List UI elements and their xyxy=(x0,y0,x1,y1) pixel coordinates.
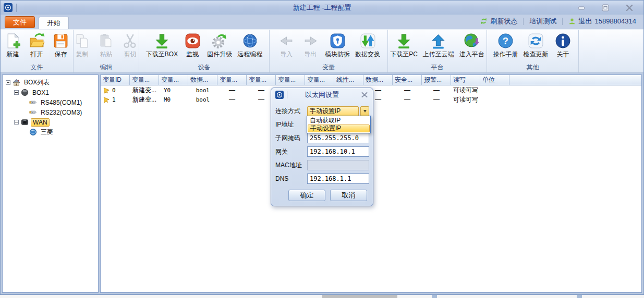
paste-button[interactable]: 粘贴 xyxy=(95,31,118,60)
copy-button[interactable]: 复制 xyxy=(71,31,94,60)
button-label: 检查更新 xyxy=(524,50,549,59)
app-logo-icon xyxy=(275,91,284,99)
serial-port-icon xyxy=(29,108,37,116)
monitor-button[interactable]: 监视 xyxy=(181,31,204,60)
minimize-button[interactable] xyxy=(576,3,587,13)
column-header[interactable]: 变量... xyxy=(130,75,159,85)
maximize-button[interactable] xyxy=(600,3,611,13)
cell-variable-name: 新建变... xyxy=(130,95,159,104)
button-label: 下载至PC xyxy=(390,50,418,59)
firmware-upgrade-button[interactable]: 固件升级 xyxy=(205,31,234,60)
subnet-mask-input[interactable] xyxy=(307,133,369,143)
user-icon xyxy=(568,18,576,25)
data-exchange-icon xyxy=(359,32,376,49)
column-header[interactable]: 变量... xyxy=(276,75,305,85)
tree-item-mitsubishi[interactable]: 三菱 xyxy=(4,127,97,137)
column-header[interactable]: 报警... xyxy=(422,75,451,85)
tree-item-rs485[interactable]: RS485(COM1) xyxy=(4,97,97,107)
combobox-value[interactable]: 手动设置IP xyxy=(307,106,359,116)
dropdown-option-auto-ip[interactable]: 自动获取IP xyxy=(308,117,370,125)
ribbon-toolbar: 新建 打开 保存 文件 复制 xyxy=(1,29,643,73)
import-button[interactable]: 导入 xyxy=(275,31,298,60)
remote-programming-button[interactable]: 远程编程 xyxy=(235,31,264,60)
button-label: 粘贴 xyxy=(100,50,113,59)
column-header[interactable]: 数据... xyxy=(363,75,393,85)
save-button[interactable]: 保存 xyxy=(50,31,72,60)
tree-item-box-list[interactable]: BOX列表 xyxy=(4,78,97,88)
column-header[interactable]: 安全... xyxy=(393,75,422,85)
dialog-titlebar: 以太网设置 xyxy=(271,88,373,102)
home-icon xyxy=(13,79,20,86)
dialog-close-button[interactable] xyxy=(360,91,369,98)
connection-mode-combobox[interactable]: 手动设置IP xyxy=(307,106,369,116)
module-tamper-button[interactable]: 模块防拆 xyxy=(323,31,352,60)
dns-input[interactable] xyxy=(307,173,369,184)
open-project-button[interactable]: 打开 xyxy=(26,31,48,60)
tab-file[interactable]: 文件 xyxy=(5,16,35,28)
cut-button[interactable]: 剪切 xyxy=(119,31,142,60)
training-test-button[interactable]: 培训测试 xyxy=(529,17,556,26)
column-header[interactable]: 数据... xyxy=(188,75,217,85)
data-exchange-button[interactable]: 数据交换 xyxy=(353,31,382,60)
logout-button[interactable]: 退出 15898804314 xyxy=(568,17,636,26)
collapse-expander-icon[interactable] xyxy=(14,120,19,125)
column-header[interactable]: 变量... xyxy=(305,75,334,85)
button-label: 保存 xyxy=(55,50,67,59)
refresh-status-button[interactable]: 刷新状态 xyxy=(480,17,517,26)
cell-read-write: 可读可写 xyxy=(451,95,480,104)
new-project-button[interactable]: 新建 xyxy=(2,31,25,60)
button-label: 复制 xyxy=(76,50,89,59)
ribbon-group-label: 其他 xyxy=(487,64,578,72)
device-tree-panel: BOX列表 BOX1 RS485(COM1) RS232(COM3) xyxy=(2,74,99,293)
tree-item-label: RS485(COM1) xyxy=(39,98,83,107)
column-header-variable-id[interactable]: 变量ID xyxy=(101,75,130,85)
close-button[interactable] xyxy=(624,3,635,13)
tree-item-label: 三菱 xyxy=(39,127,55,137)
enter-platform-button[interactable]: 进入平台 xyxy=(457,31,487,60)
taskbar-segment xyxy=(577,295,582,298)
export-button[interactable]: 导出 xyxy=(299,31,322,60)
ribbon-group-label: 文件 xyxy=(1,64,73,72)
tree-item-label: BOX1 xyxy=(31,89,51,97)
button-label: 新建 xyxy=(7,50,19,59)
collapse-expander-icon[interactable] xyxy=(14,90,19,95)
manual-button[interactable]: ? 操作手册 xyxy=(491,31,520,60)
device-globe-icon xyxy=(29,128,37,136)
button-label: 固件升级 xyxy=(207,50,232,59)
firmware-upgrade-icon xyxy=(211,32,228,49)
tab-start[interactable]: 开始 xyxy=(39,17,69,29)
ribbon-group-edit: 复制 粘贴 剪切 编辑 xyxy=(74,30,139,72)
button-label: 上传至云端 xyxy=(423,50,454,59)
ribbon-group-file: 新建 打开 保存 文件 xyxy=(1,30,74,72)
connection-mode-dropdown-list: 自动获取IP 手动设置IP xyxy=(307,116,371,133)
upload-to-cloud-button[interactable]: 上传至云端 xyxy=(421,31,456,60)
new-icon xyxy=(4,32,21,49)
column-header[interactable]: 变量... xyxy=(247,75,276,85)
combobox-dropdown-button[interactable] xyxy=(360,106,369,116)
tree-item-rs232[interactable]: RS232(COM3) xyxy=(4,107,97,117)
ok-button[interactable]: 确定 xyxy=(288,190,325,201)
column-header[interactable]: 变量... xyxy=(159,75,188,85)
check-update-button[interactable]: 检查更新 xyxy=(521,31,551,60)
screen: 新建工程 -工程配置 文件 开始 刷新状态 培训测试 退出 xyxy=(0,0,644,298)
gateway-input[interactable] xyxy=(307,146,369,157)
column-header-unit[interactable]: 单位 xyxy=(480,75,509,85)
download-icon xyxy=(153,32,171,49)
column-header[interactable]: 线性... xyxy=(334,75,363,85)
svg-text:?: ? xyxy=(503,35,508,46)
download-to-box-button[interactable]: 下载至BOX xyxy=(144,31,180,60)
window-title: 新建工程 -工程配置 xyxy=(1,3,643,13)
collapse-expander-icon[interactable] xyxy=(6,80,10,85)
refresh-status-label: 刷新状态 xyxy=(490,17,517,26)
tree-item-box1[interactable]: BOX1 xyxy=(4,88,97,97)
cancel-button[interactable]: 取消 xyxy=(330,190,367,201)
download-to-pc-button[interactable]: 下载至PC xyxy=(388,31,420,60)
field-label-ip-address: IP地址 xyxy=(275,120,307,129)
column-header[interactable]: 变量... xyxy=(217,75,247,85)
column-header-read-write[interactable]: 读写 xyxy=(451,75,480,85)
titlebar-separator xyxy=(287,91,287,98)
tree-item-label: BOX列表 xyxy=(22,78,51,88)
tree-item-wan[interactable]: WAN xyxy=(4,117,97,127)
about-button[interactable]: 关于 xyxy=(552,31,575,60)
dropdown-option-manual-ip[interactable]: 手动设置IP xyxy=(308,125,370,132)
